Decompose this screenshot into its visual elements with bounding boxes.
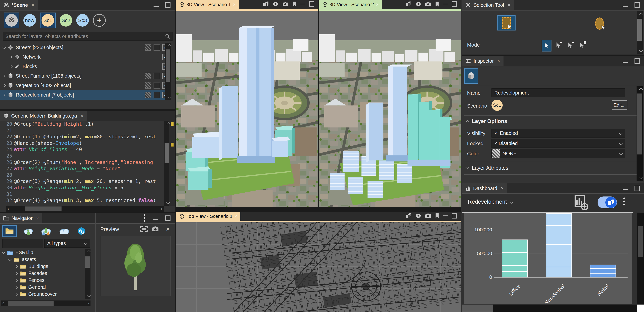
isolate-views-icon[interactable] xyxy=(263,1,269,7)
layer-row[interactable]: Street Furniture [1108 objects] ✓ xyxy=(0,71,171,81)
bar-segment[interactable] xyxy=(502,272,528,277)
visibility-eye-icon[interactable] xyxy=(272,1,278,7)
minimize-button[interactable] xyxy=(154,6,159,7)
bar-segment[interactable] xyxy=(590,269,616,273)
minimize-button[interactable] xyxy=(153,219,158,220)
isolate-toggle[interactable] xyxy=(154,44,160,51)
visibility-eye-icon[interactable] xyxy=(415,213,421,219)
close-icon[interactable]: × xyxy=(31,2,34,8)
minimize-button[interactable] xyxy=(300,4,306,4)
bar-retail[interactable] xyxy=(590,265,616,278)
minimize-button[interactable] xyxy=(623,6,628,7)
snapshot-camera-icon[interactable] xyxy=(282,1,288,7)
scroll-down-icon[interactable] xyxy=(166,200,170,204)
navigator-hscrollbar[interactable]: ‹ › xyxy=(1,301,90,306)
navigator-tree-item[interactable]: Facades xyxy=(0,270,84,277)
dashboard-chart[interactable]: 0 50'000 100'000 Office Residential Reta… xyxy=(464,213,632,304)
scroll-left-icon[interactable]: ‹ xyxy=(8,206,9,211)
chevron-right-icon[interactable] xyxy=(2,84,6,87)
maximize-button[interactable] xyxy=(166,216,170,221)
dashboard-vscrollbar[interactable] xyxy=(637,213,644,304)
close-icon[interactable]: × xyxy=(234,214,237,219)
layer-tree-scrollbar[interactable] xyxy=(166,43,171,100)
chevron-down-icon[interactable] xyxy=(2,251,5,254)
selected-object-type-button[interactable] xyxy=(464,68,478,84)
menu-dots-icon[interactable] xyxy=(144,214,146,222)
color-override-toggle[interactable] xyxy=(145,82,151,89)
minimize-button[interactable] xyxy=(623,189,628,190)
isolate-views-icon[interactable] xyxy=(406,1,412,7)
maximize-button[interactable] xyxy=(452,213,457,219)
add-chart-button[interactable] xyxy=(574,194,589,211)
maximize-button[interactable] xyxy=(309,1,314,7)
my-content-button[interactable] xyxy=(23,226,34,236)
isolate-toggle[interactable] xyxy=(154,92,160,98)
bar-segment[interactable] xyxy=(546,267,572,277)
scroll-down-icon[interactable] xyxy=(639,49,643,52)
layer-row[interactable]: Blocks ✓ xyxy=(0,62,171,71)
bar-residential[interactable] xyxy=(546,213,572,278)
code-line[interactable]: 26@Order(2) @Enum("None","Increasing","D… xyxy=(0,159,164,166)
top-view-wireframe[interactable] xyxy=(176,222,461,312)
layer-row[interactable]: Vegetation [4092 objects] ✓ xyxy=(0,81,171,90)
close-icon[interactable]: × xyxy=(233,2,236,7)
scroll-left-icon[interactable]: ‹ xyxy=(2,300,4,306)
maximize-button[interactable] xyxy=(452,1,457,7)
isolate-toggle[interactable] xyxy=(154,73,160,79)
name-input[interactable]: Redevelopment xyxy=(492,88,625,97)
navigator-preview-divider[interactable] xyxy=(95,213,96,312)
tab-navigator[interactable]: Navigator × xyxy=(0,213,42,223)
layer-row[interactable]: Streets [2369 objects] ✓ xyxy=(0,43,171,52)
code-line[interactable]: 21 xyxy=(0,127,164,134)
navigator-tree-item[interactable]: assets xyxy=(0,256,84,263)
scroll-up-icon[interactable] xyxy=(166,122,170,126)
navigator-tree-item[interactable]: Fences xyxy=(0,277,84,284)
minimize-button[interactable] xyxy=(443,4,448,4)
scroll-down-icon[interactable] xyxy=(87,294,91,298)
tab-top-view-scenario1[interactable]: Top View - Scenario 1 × xyxy=(176,212,240,221)
layer-attributes-header[interactable]: Layer Attributes xyxy=(466,165,508,171)
navigator-vscrollbar[interactable] xyxy=(85,249,90,299)
preview-viewport[interactable] xyxy=(101,236,170,296)
code-line[interactable]: 27attr Height_Variation__Mode = "None" xyxy=(0,165,164,172)
mode-replace-button[interactable] xyxy=(542,40,552,51)
selection-tool-scrollbar[interactable] xyxy=(637,11,643,54)
code-lines[interactable]: 20@Group("Building Height",1)2122@Order(… xyxy=(0,121,164,205)
add-scenario-button[interactable]: + xyxy=(93,14,106,27)
bar-segment[interactable] xyxy=(590,265,616,268)
dashboard-layer-selector[interactable]: Redevelopment xyxy=(468,199,513,205)
minimize-button[interactable] xyxy=(443,216,448,216)
isolate-toggle[interactable] xyxy=(154,82,160,89)
tab-inspector[interactable]: Inspector × xyxy=(462,56,504,66)
lasso-select-button[interactable] xyxy=(591,16,608,31)
navigator-tree-item[interactable]: ESRI.lib xyxy=(0,249,84,256)
navigator-tree-item[interactable]: Groundcover xyxy=(0,291,84,298)
bar-segment[interactable] xyxy=(546,214,572,225)
minimize-button[interactable] xyxy=(623,62,628,63)
maximize-button[interactable] xyxy=(634,186,640,191)
scenario-badge[interactable]: Sc1 xyxy=(492,100,503,111)
scenario-chip-Sc1[interactable]: Sc1 xyxy=(42,14,54,26)
scene-search-input[interactable] xyxy=(3,33,165,39)
scroll-up-icon[interactable] xyxy=(639,12,643,16)
scroll-up-icon[interactable] xyxy=(168,44,172,48)
close-icon[interactable]: × xyxy=(497,58,500,64)
chevron-right-icon[interactable] xyxy=(2,74,6,77)
snapshot-camera-icon[interactable] xyxy=(425,1,431,7)
code-line[interactable]: 23@Handle(shape=Envelope) xyxy=(0,140,164,147)
color-dropdown[interactable]: NONE xyxy=(492,149,625,158)
isolate-views-icon[interactable] xyxy=(406,213,412,219)
code-line[interactable]: 29@Order(3) @Range(min=2, max=20, stepsi… xyxy=(0,178,164,185)
arcgis-online-button[interactable] xyxy=(76,226,86,236)
visibility-eye-icon[interactable] xyxy=(415,1,421,7)
chevron-right-icon[interactable] xyxy=(9,65,12,68)
close-icon[interactable]: × xyxy=(166,225,170,233)
scene2-3d-render[interactable] xyxy=(319,11,461,207)
public-content-button[interactable] xyxy=(58,226,70,236)
bar-segment[interactable] xyxy=(502,240,528,252)
navigator-tree-item[interactable]: General xyxy=(0,284,84,291)
mode-add-button[interactable]: + xyxy=(554,40,563,51)
tab-dashboard[interactable]: Dashboard × xyxy=(462,183,507,193)
code-line[interactable]: 28 xyxy=(0,172,164,178)
bar-segment[interactable] xyxy=(546,245,572,267)
